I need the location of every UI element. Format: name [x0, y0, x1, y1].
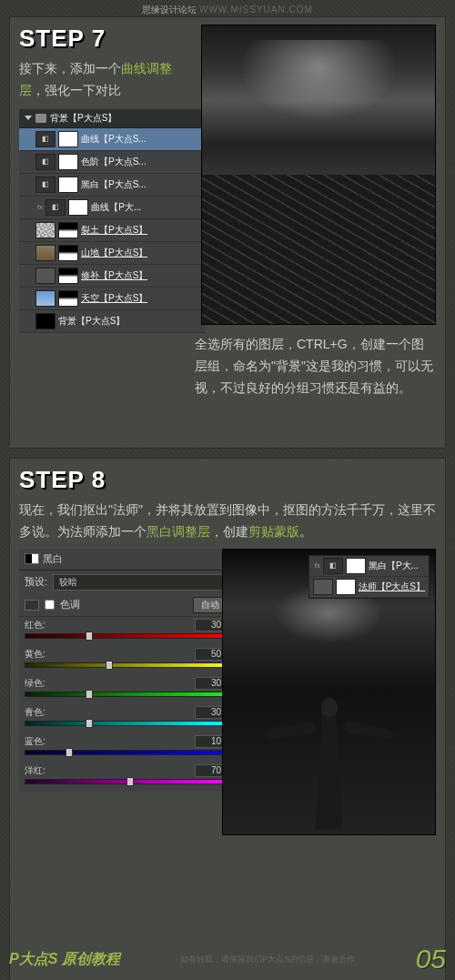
slider-track[interactable] — [25, 633, 228, 642]
slider-row: 绿色:30 — [19, 675, 233, 704]
layer-group-header[interactable]: 背景【P大点S】 — [19, 109, 206, 128]
slider-thumb[interactable] — [126, 777, 134, 786]
slider-label: 蓝色: — [25, 735, 46, 748]
bw-title: 黑白 — [43, 552, 63, 566]
mask-thumb — [68, 199, 88, 216]
slider-label: 红色: — [25, 619, 46, 631]
layer-row[interactable]: fx◧黑白【P大... — [309, 556, 429, 577]
slider-track[interactable] — [25, 662, 228, 672]
layer-thumb — [35, 268, 56, 284]
slider-thumb[interactable] — [86, 690, 93, 699]
slider-row: 蓝色:10 — [19, 733, 233, 763]
layer-name: 黑白【P大... — [369, 560, 419, 572]
page-number: 05 — [416, 944, 446, 975]
step8-title: STEP 8 — [19, 466, 436, 494]
bw-preset-row: 预设: 较暗 — [19, 571, 233, 594]
slider-row: 黄色:50 — [19, 646, 233, 675]
mask-thumb — [336, 579, 356, 595]
layer-row[interactable]: 背景【P大点S】 — [19, 310, 206, 333]
layer-row[interactable]: 修补【P大点S】 — [19, 265, 206, 288]
adjustment-icon: ◧ — [35, 177, 56, 193]
layer-row[interactable]: 法师【P大点S】 — [309, 577, 429, 598]
hand-tool-icon[interactable] — [25, 600, 39, 611]
step8-section: STEP 8 现在，我们抠出"法师"，并将其放置到图像中，抠图的方法千千万，这里… — [9, 458, 446, 980]
layer-row[interactable]: ◧黑白【P大点S... — [19, 174, 206, 197]
step7-preview-image — [201, 25, 436, 325]
bw-panel-header: 黑白 — [19, 549, 233, 571]
layer-name: 山地【P大点S】 — [81, 247, 147, 259]
site-url: WWW.MISSYUAN.COM — [199, 5, 313, 15]
preset-dropdown[interactable]: 较暗 — [53, 574, 228, 591]
slider-label: 洋红: — [25, 764, 46, 777]
adjustment-icon: ◧ — [46, 199, 66, 216]
layer-thumb — [35, 290, 56, 307]
mask-thumb — [58, 222, 78, 238]
site-name: 思缘设计论坛 — [142, 5, 197, 15]
slider-row: 洋红:70 — [19, 763, 233, 792]
layer-name: 法师【P大点S】 — [359, 581, 425, 593]
slider-track[interactable] — [25, 692, 228, 701]
slider-row: 青色:30 — [19, 704, 233, 733]
footer-title: P大点S 原创教程 — [9, 950, 120, 969]
mask-thumb — [58, 245, 78, 261]
layer-row[interactable]: ◧曲线【P大点S... — [19, 128, 206, 151]
slider-thumb[interactable] — [66, 748, 73, 757]
folder-icon — [35, 114, 46, 123]
slider-label: 绿色: — [25, 677, 46, 690]
step8-preview-image: fx◧黑白【P大...法师【P大点S】 — [222, 549, 436, 835]
preset-label: 预设: — [25, 575, 47, 589]
mask-thumb — [58, 290, 78, 307]
layer-thumb — [35, 313, 56, 329]
layer-name: 背景【P大点S】 — [58, 315, 125, 328]
layer-name: 黑白【P大点S... — [81, 178, 147, 191]
footer-note: 如有转载，请保留我们P大点S的信息，谢谢合作 — [180, 954, 355, 965]
step8-intro: 现在，我们抠出"法师"，并将其放置到图像中，抠图的方法千千万，这里不多说。为法师… — [19, 500, 436, 543]
slider-thumb[interactable] — [106, 661, 113, 670]
footer: P大点S 原创教程 如有转载，请保留我们P大点S的信息，谢谢合作 05 — [9, 944, 446, 975]
mini-layers-panel: fx◧黑白【P大...法师【P大点S】 — [308, 555, 430, 599]
wizard-figure — [266, 666, 393, 830]
tint-label: 色调 — [60, 598, 80, 611]
layer-thumb — [313, 579, 333, 595]
mask-thumb — [58, 177, 78, 193]
layer-row[interactable]: 山地【P大点S】 — [19, 242, 206, 265]
layer-name: 修补【P大点S】 — [81, 269, 147, 282]
disclosure-triangle-icon[interactable] — [25, 116, 32, 120]
header: 思缘设计论坛 WWW.MISSYUAN.COM — [0, 4, 455, 16]
bw-adjustment-panel: 黑白 预设: 较暗 色调 自动 红色:30黄色:50绿色:30青色:30蓝色:1… — [19, 549, 233, 792]
group-name: 背景【P大点S】 — [50, 112, 116, 125]
adjustment-icon: ◧ — [35, 131, 56, 147]
layer-row[interactable]: ◧色阶【P大点S... — [19, 151, 206, 174]
step7-intro: 接下来，添加一个曲线调整层，强化一下对比 — [19, 58, 183, 102]
layer-row[interactable]: fx◧曲线【P大... — [19, 197, 206, 219]
layer-name: 天空【P大点S】 — [81, 292, 147, 305]
slider-label: 青色: — [25, 706, 46, 719]
slider-label: 黄色: — [25, 648, 46, 661]
slider-thumb[interactable] — [86, 631, 93, 641]
bw-icon — [25, 553, 39, 564]
adjustment-icon: ◧ — [323, 558, 343, 574]
layer-thumb — [35, 245, 56, 261]
mask-thumb — [58, 154, 78, 170]
mask-thumb — [58, 268, 78, 284]
layer-thumb — [35, 222, 56, 238]
slider-thumb[interactable] — [86, 719, 93, 728]
layer-row[interactable]: 裂土【P大点S】 — [19, 219, 206, 242]
step7-section: STEP 7 接下来，添加一个曲线调整层，强化一下对比 背景【P大点S】 ◧曲线… — [9, 16, 446, 449]
layers-panel: 背景【P大点S】 ◧曲线【P大点S...◧色阶【P大点S...◧黑白【P大点S.… — [19, 109, 206, 333]
slider-row: 红色:30 — [19, 617, 233, 646]
layer-name: 曲线【P大... — [91, 201, 141, 214]
layer-name: 裂土【P大点S】 — [81, 224, 147, 237]
slider-track[interactable] — [25, 721, 228, 730]
adjustment-icon: ◧ — [35, 154, 56, 170]
layer-name: 曲线【P大点S... — [81, 133, 147, 146]
slider-track[interactable] — [25, 750, 228, 759]
layer-row[interactable]: 天空【P大点S】 — [19, 288, 206, 310]
step7-description: 全选所有的图层，CTRL+G，创建一个图层组，命名为"背景"这是我的习惯，可以无… — [195, 334, 436, 399]
tint-checkbox[interactable] — [45, 600, 55, 610]
mask-thumb — [346, 558, 366, 574]
bw-tint-row: 色调 自动 — [19, 594, 233, 617]
layer-name: 色阶【P大点S... — [81, 156, 147, 168]
mask-thumb — [58, 131, 78, 147]
slider-track[interactable] — [25, 779, 228, 788]
